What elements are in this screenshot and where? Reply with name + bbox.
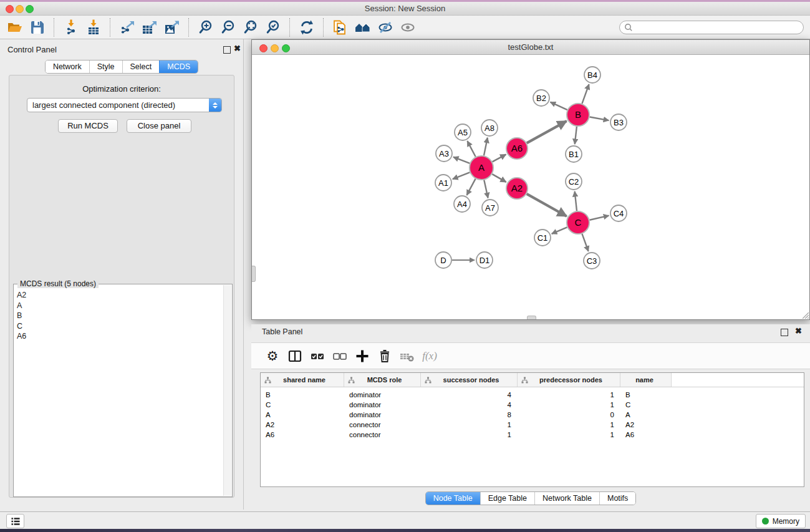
open-session-button[interactable]: [4, 17, 26, 37]
edge-B-B4[interactable]: [582, 84, 589, 104]
table-row[interactable]: A6connector11A6: [261, 430, 804, 440]
tab-motifs[interactable]: Motifs: [599, 492, 635, 505]
cell-predecessor-nodes[interactable]: 1: [518, 391, 620, 399]
cell-name[interactable]: C: [620, 401, 672, 409]
column-header-name[interactable]: name: [620, 373, 672, 387]
cell-successor-nodes[interactable]: 1: [421, 421, 518, 428]
delete-column-button[interactable]: [374, 346, 396, 367]
welcome-screen-button[interactable]: [352, 17, 374, 37]
node-A3[interactable]: A3: [436, 145, 452, 162]
cell-MCDS-role[interactable]: connector: [344, 431, 421, 438]
export-network-button[interactable]: [116, 17, 138, 37]
network-zoom-button[interactable]: [282, 44, 290, 52]
cell-name[interactable]: B: [620, 391, 672, 399]
tab-network[interactable]: Network: [46, 60, 89, 73]
eye-button[interactable]: [397, 17, 419, 37]
cell-name[interactable]: A: [620, 411, 672, 418]
export-table-button[interactable]: [138, 17, 161, 37]
edge-A-A8[interactable]: [484, 138, 488, 156]
node-A4[interactable]: A4: [454, 196, 470, 212]
cell-predecessor-nodes[interactable]: 0: [518, 411, 620, 418]
column-header-successor-nodes[interactable]: successor nodes: [421, 373, 518, 387]
zoom-fit-button[interactable]: [239, 17, 262, 37]
cell-name[interactable]: A2: [620, 421, 672, 428]
result-scrollbar[interactable]: [223, 285, 231, 496]
edge-C-C1[interactable]: [552, 227, 567, 233]
cell-successor-nodes[interactable]: 1: [421, 431, 518, 438]
node-B[interactable]: B: [567, 104, 589, 126]
tab-select[interactable]: Select: [122, 60, 160, 73]
edge-A6-B[interactable]: [527, 121, 567, 143]
edge-B-B2[interactable]: [551, 102, 567, 110]
float-panel-icon[interactable]: [223, 46, 231, 54]
node-D[interactable]: D: [435, 252, 451, 268]
edge-B-B1[interactable]: [575, 127, 577, 144]
table-close-icon[interactable]: ✖: [795, 327, 802, 336]
cell-successor-nodes[interactable]: 4: [421, 401, 518, 409]
cell-successor-nodes[interactable]: 4: [421, 391, 518, 399]
horizontal-scroll-nub[interactable]: [527, 316, 536, 319]
cell-shared-name[interactable]: A: [261, 411, 344, 418]
refresh-button[interactable]: [296, 17, 318, 37]
table-row[interactable]: A2connector11A2: [261, 420, 804, 430]
cell-predecessor-nodes[interactable]: 1: [518, 431, 620, 438]
close-window-button[interactable]: [6, 5, 14, 13]
node-C4[interactable]: C4: [610, 205, 627, 221]
table-float-icon[interactable]: [781, 329, 788, 336]
node-B1[interactable]: B1: [566, 146, 582, 162]
column-header-MCDS-role[interactable]: MCDS role: [344, 373, 421, 387]
node-A7[interactable]: A7: [482, 200, 498, 216]
node-C1[interactable]: C1: [534, 230, 551, 246]
import-table-button[interactable]: [82, 17, 105, 37]
resize-grip[interactable]: [800, 310, 809, 319]
node-A5[interactable]: A5: [455, 124, 471, 140]
zoom-selected-button[interactable]: [262, 17, 284, 37]
tab-mcds[interactable]: MCDS: [159, 60, 198, 73]
column-header-predecessor-nodes[interactable]: predecessor nodes: [518, 373, 620, 387]
cell-successor-nodes[interactable]: 8: [421, 411, 518, 418]
select-all-columns-button[interactable]: [306, 346, 329, 367]
cell-shared-name[interactable]: C: [261, 401, 344, 409]
tab-style[interactable]: Style: [89, 60, 122, 73]
close-panel-button[interactable]: Close panel: [127, 119, 191, 133]
network-close-button[interactable]: [259, 44, 268, 52]
node-A6[interactable]: A6: [506, 138, 528, 159]
minimize-window-button[interactable]: [16, 5, 24, 13]
edge-A2-C[interactable]: [527, 194, 567, 216]
table-row[interactable]: Bdominator41B: [261, 390, 804, 400]
cell-shared-name[interactable]: B: [261, 391, 344, 399]
edge-C-C4[interactable]: [590, 216, 609, 220]
network-graph[interactable]: B4B2BB3A8A5A6A3B1AC2A1A2A4A7C4CC1DD1C3: [252, 55, 809, 319]
network-minimize-button[interactable]: [271, 44, 279, 52]
zoom-window-button[interactable]: [26, 5, 34, 13]
cell-name[interactable]: A6: [620, 431, 672, 438]
network-window-titlebar[interactable]: testGlobe.txt: [252, 40, 809, 55]
cell-MCDS-role[interactable]: dominator: [344, 411, 421, 418]
node-A2[interactable]: A2: [506, 178, 528, 199]
vertical-scroll-nub[interactable]: [252, 266, 256, 282]
table-row[interactable]: Adominator80A: [261, 410, 804, 420]
import-network-button[interactable]: [60, 17, 82, 37]
tab-edge-table[interactable]: Edge Table: [480, 492, 534, 505]
column-header-shared-name[interactable]: shared name: [261, 373, 344, 387]
memory-button[interactable]: Memory: [756, 514, 806, 528]
save-session-button[interactable]: [26, 17, 49, 37]
edge-A-A7[interactable]: [484, 180, 488, 198]
search-field[interactable]: [619, 21, 804, 34]
cell-MCDS-role[interactable]: dominator: [344, 391, 421, 399]
cell-MCDS-role[interactable]: connector: [344, 421, 421, 428]
node-A1[interactable]: A1: [435, 175, 451, 191]
edge-A-A3[interactable]: [453, 157, 470, 163]
node-C[interactable]: C: [567, 211, 589, 234]
search-input[interactable]: [633, 21, 803, 34]
add-column-button[interactable]: [351, 346, 374, 367]
settings-button[interactable]: ⚙: [261, 346, 284, 367]
cell-predecessor-nodes[interactable]: 1: [518, 421, 620, 428]
zoom-out-button[interactable]: [217, 17, 239, 37]
edge-C-C3[interactable]: [582, 234, 588, 251]
node-C3[interactable]: C3: [584, 253, 600, 269]
node-C2[interactable]: C2: [566, 173, 582, 190]
node-D1[interactable]: D1: [476, 252, 493, 268]
network-canvas[interactable]: B4B2BB3A8A5A6A3B1AC2A1A2A4A7C4CC1DD1C3: [252, 55, 809, 319]
edge-A-A1[interactable]: [453, 172, 470, 179]
